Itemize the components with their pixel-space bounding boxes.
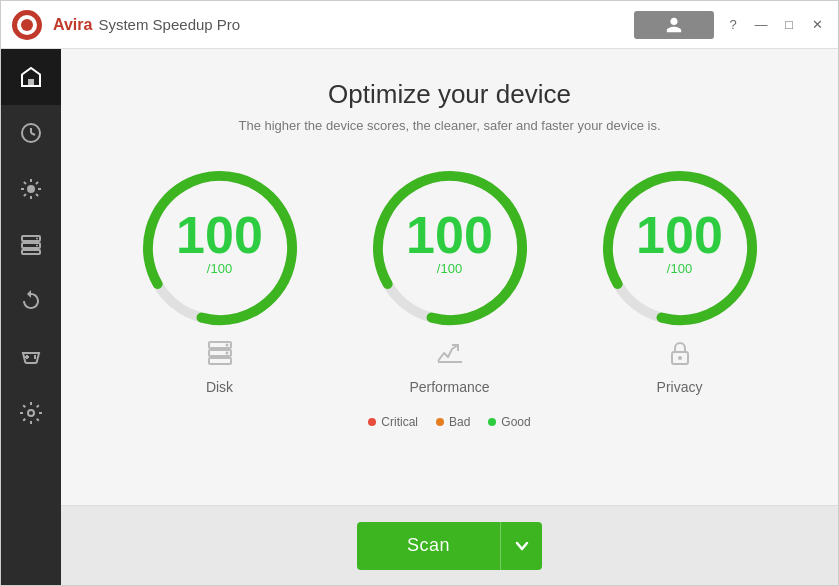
svg-point-19 (225, 344, 228, 347)
scan-button[interactable]: Scan (357, 522, 500, 570)
user-button[interactable] (634, 11, 714, 39)
svg-point-27 (678, 356, 682, 360)
gauge-disk-circle: 100 /100 (135, 163, 305, 333)
sidebar-item-schedule[interactable] (1, 105, 61, 161)
scan-dropdown-button[interactable] (500, 522, 542, 570)
window-controls: ? — □ ✕ (722, 14, 828, 36)
svg-rect-23 (438, 361, 462, 363)
app-window: Avira System Speedup Pro ? — □ ✕ (0, 0, 839, 586)
privacy-icon (666, 339, 694, 371)
gauge-disk-score: 100 /100 (176, 209, 263, 276)
legend-good-label: Good (501, 415, 530, 429)
legend-good-dot (488, 418, 496, 426)
performance-icon (436, 339, 464, 371)
legend-bad: Bad (436, 415, 470, 429)
svg-point-20 (225, 352, 228, 355)
sidebar-item-gaming[interactable] (1, 329, 61, 385)
legend-bad-dot (436, 418, 444, 426)
disk-icon (206, 339, 234, 371)
gauge-privacy-num: 100 (636, 209, 723, 261)
svg-point-2 (21, 19, 33, 31)
close-button[interactable]: ✕ (806, 14, 828, 36)
gauge-performance-label: Performance (409, 379, 489, 395)
gauge-disk: 100 /100 (125, 163, 315, 395)
page-subtitle: The higher the device scores, the cleane… (238, 118, 660, 133)
title-bar: Avira System Speedup Pro ? — □ ✕ (1, 1, 838, 49)
sidebar-item-restore[interactable] (1, 273, 61, 329)
content-top: Optimize your device The higher the devi… (61, 49, 838, 505)
gauge-performance-circle: 100 /100 (365, 163, 535, 333)
sidebar-item-optimizer[interactable] (1, 161, 61, 217)
sidebar-item-disk[interactable] (1, 217, 61, 273)
content-area: Optimize your device The higher the devi… (61, 49, 838, 585)
gauge-privacy-circle: 100 /100 (595, 163, 765, 333)
chevron-down-icon (514, 538, 530, 554)
gauge-privacy-score: 100 /100 (636, 209, 723, 276)
gauge-privacy: 100 /100 Privacy (585, 163, 775, 395)
legend-critical-label: Critical (381, 415, 418, 429)
svg-point-7 (27, 185, 35, 193)
gauge-disk-num: 100 (176, 209, 263, 261)
gauge-performance-score: 100 /100 (406, 209, 493, 276)
bottom-bar: Scan (61, 505, 838, 585)
minimize-button[interactable]: — (750, 14, 772, 36)
gauge-performance-num: 100 (406, 209, 493, 261)
gauge-privacy-label: Privacy (657, 379, 703, 395)
gauges-row: 100 /100 (101, 163, 798, 395)
sidebar-item-home[interactable] (1, 49, 61, 105)
sidebar-item-settings[interactable] (1, 385, 61, 441)
app-logo (11, 9, 43, 41)
svg-line-6 (31, 133, 35, 135)
maximize-button[interactable]: □ (778, 14, 800, 36)
svg-point-13 (28, 410, 34, 416)
app-name: System Speedup Pro (98, 16, 240, 33)
page-title: Optimize your device (328, 79, 571, 110)
brand-name: Avira (53, 16, 92, 34)
main-layout: Optimize your device The higher the devi… (1, 49, 838, 585)
legend-critical-dot (368, 418, 376, 426)
sidebar (1, 49, 61, 585)
legend-good: Good (488, 415, 530, 429)
gauge-performance: 100 /100 Performance (355, 163, 545, 395)
svg-rect-18 (209, 358, 231, 364)
question-button[interactable]: ? (722, 14, 744, 36)
gauge-disk-label: Disk (206, 379, 233, 395)
svg-point-12 (36, 245, 38, 247)
legend-critical: Critical (368, 415, 418, 429)
svg-rect-10 (22, 250, 40, 254)
svg-point-11 (36, 238, 38, 240)
legend-bad-label: Bad (449, 415, 470, 429)
svg-rect-3 (28, 79, 34, 86)
legend: Critical Bad Good (368, 415, 530, 429)
